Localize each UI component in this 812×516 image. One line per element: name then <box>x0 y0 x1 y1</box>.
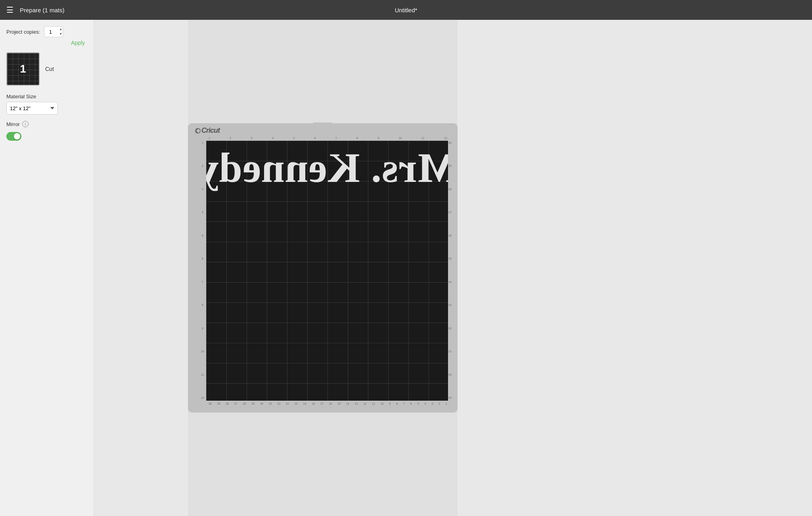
ruler-tick: 26 <box>448 234 452 237</box>
ruler-tick: 8 <box>356 137 358 140</box>
ruler-bottom: 30 29 28 27 26 25 24 23 22 21 20 19 18 1… <box>209 401 447 405</box>
mat-row: 1 Cut <box>6 52 87 86</box>
ruler-tick: 23 <box>269 402 272 405</box>
ruler-tick: 1 <box>209 137 210 140</box>
ruler-tick: 23 <box>448 304 452 306</box>
ruler-tick: 13 <box>355 402 358 405</box>
ruler-tick: 9 <box>377 137 379 140</box>
ruler-tick: 21 <box>286 402 289 405</box>
copies-up-button[interactable]: ▲ <box>59 27 62 32</box>
ruler-tick: 3 <box>251 137 253 140</box>
cutting-mat-outer: Cricut 1 2 3 4 5 6 7 8 9 10 11 12 <box>188 123 458 413</box>
ruler-tick: 29 <box>448 164 452 167</box>
ruler-tick: 4 <box>202 211 203 214</box>
ruler-tick: 29 <box>217 402 220 405</box>
document-title: Untitled* <box>395 7 417 13</box>
ruler-tick: 12 <box>363 402 366 405</box>
ruler-tick: 21 <box>448 350 452 353</box>
ruler-tick: 28 <box>226 402 229 405</box>
info-icon[interactable]: i <box>22 121 29 127</box>
copies-spinners: ▲ ▼ <box>59 26 62 37</box>
ruler-tick: 11 <box>372 402 375 405</box>
ruler-tick: 3 <box>202 188 203 191</box>
ruler-tick: 28 <box>448 188 452 191</box>
cutting-grid <box>206 141 448 401</box>
ruler-tick: 9 <box>389 402 391 405</box>
ruler-tick: 7 <box>403 402 405 405</box>
ruler-tick: 15 <box>337 402 341 405</box>
ruler-tick: 10 <box>381 402 384 405</box>
ruler-tick: 3 <box>431 402 433 405</box>
copies-input-wrapper: ▲ ▼ <box>44 26 63 37</box>
mat-cut-label: Cut <box>45 66 54 72</box>
main-area: Cricut 1 2 3 4 5 6 7 8 9 10 11 12 <box>188 20 458 516</box>
ruler-tick: 16 <box>329 402 332 405</box>
ruler-tick: 5 <box>202 234 203 237</box>
left-panel: Project copies: ▲ ▼ Apply 1 Cut Material… <box>0 20 94 516</box>
ruler-tick: 4 <box>272 137 274 140</box>
ruler-tick: 2 <box>202 164 203 167</box>
material-size-select[interactable]: 12" x 12" 12" x 24" Custom <box>6 102 58 115</box>
ruler-tick: 6 <box>410 402 412 405</box>
ruler-tick: 8 <box>396 402 398 405</box>
ruler-tick: 19 <box>448 396 452 399</box>
ruler-tick: 10 <box>399 137 402 140</box>
ruler-top: 1 2 3 4 5 6 7 8 9 10 11 12 <box>209 136 447 140</box>
ruler-tick: 27 <box>234 402 237 405</box>
ruler-tick: 12 <box>201 396 204 399</box>
navbar: ☰ Prepare (1 mats) Untitled* <box>0 0 812 20</box>
mat-hanger-shape <box>313 122 333 134</box>
ruler-tick: 25 <box>251 402 255 405</box>
ruler-tick: 11 <box>201 373 204 376</box>
material-size-label: Material Size <box>6 94 87 99</box>
ruler-tick: 17 <box>320 402 324 405</box>
ruler-tick: 20 <box>295 402 298 405</box>
ruler-tick: 2 <box>439 402 440 405</box>
mat-thumb-number: 1 <box>20 63 26 75</box>
ruler-tick: 27 <box>448 211 452 214</box>
ruler-tick: 1 <box>446 402 447 405</box>
ruler-tick: 8 <box>202 304 203 306</box>
mat-hanger <box>313 122 333 134</box>
cutting-mat-wrapper: Cricut 1 2 3 4 5 6 7 8 9 10 11 12 <box>188 123 458 413</box>
copies-down-button[interactable]: ▼ <box>59 32 62 36</box>
ruler-tick: 10 <box>201 350 204 353</box>
ruler-tick: 24 <box>260 402 263 405</box>
ruler-tick: 30 <box>209 402 212 405</box>
cutting-area: Mrs. Kennedy <box>206 141 448 401</box>
project-copies-row: Project copies: ▲ ▼ <box>6 26 87 37</box>
ruler-tick: 20 <box>448 373 452 376</box>
ruler-tick: 12 <box>444 137 447 140</box>
ruler-tick: 14 <box>346 402 349 405</box>
ruler-tick: 5 <box>417 402 419 405</box>
toggle-knob <box>14 133 20 140</box>
ruler-tick: 2 <box>230 137 231 140</box>
ruler-tick: 22 <box>278 402 281 405</box>
nav-title: Prepare (1 mats) <box>20 7 65 13</box>
ruler-tick: 22 <box>448 327 452 330</box>
mirror-toggle[interactable] <box>6 132 21 141</box>
ruler-tick: 19 <box>303 402 306 405</box>
ruler-tick: 5 <box>293 137 295 140</box>
ruler-tick: 7 <box>335 137 337 140</box>
mirror-label: Mirror <box>6 121 20 127</box>
ruler-tick: 24 <box>448 281 452 283</box>
hamburger-icon[interactable]: ☰ <box>6 5 13 15</box>
ruler-left: 1 2 3 4 5 6 7 8 9 10 11 12 <box>200 141 205 399</box>
ruler-tick: 1 <box>202 141 203 144</box>
apply-button[interactable]: Apply <box>69 39 87 47</box>
ruler-tick: 6 <box>202 257 203 260</box>
project-copies-label: Project copies: <box>6 29 40 35</box>
ruler-tick: 30 <box>448 141 452 144</box>
mat-thumbnail[interactable]: 1 <box>6 52 40 86</box>
ruler-tick: 4 <box>424 402 426 405</box>
ruler-tick: 6 <box>314 137 316 140</box>
mirror-row: Mirror i <box>6 121 87 127</box>
ruler-tick: 7 <box>202 281 203 283</box>
ruler-tick: 26 <box>243 402 246 405</box>
ruler-tick: 25 <box>448 257 452 260</box>
ruler-tick: 11 <box>421 137 425 140</box>
ruler-tick: 18 <box>312 402 315 405</box>
ruler-tick: 9 <box>202 327 203 330</box>
cricut-logo: Cricut <box>195 126 220 135</box>
